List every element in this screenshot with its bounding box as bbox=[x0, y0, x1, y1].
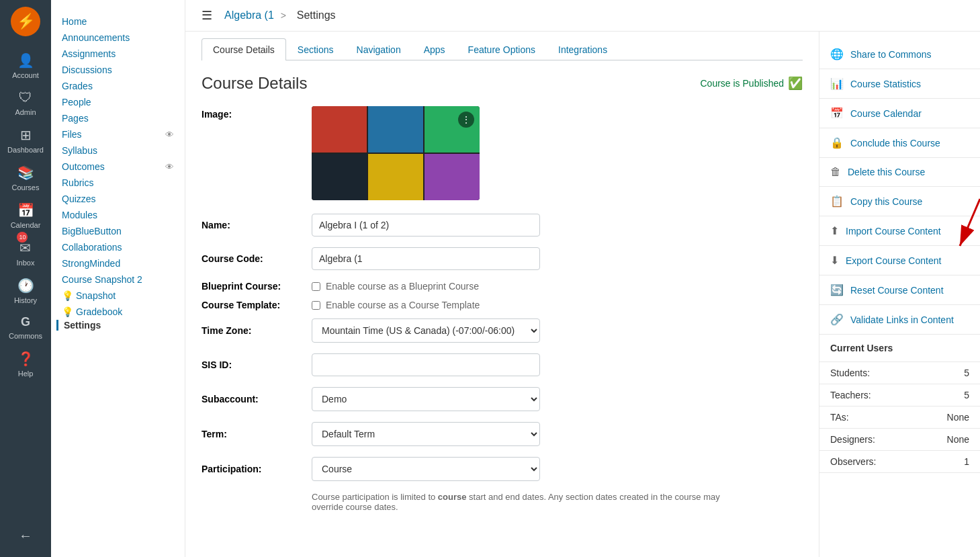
observers-label: Observers: bbox=[830, 456, 876, 467]
export-icon: ⬇ bbox=[830, 254, 839, 267]
conclude-course-button[interactable]: 🔒 Conclude this Course bbox=[819, 128, 980, 158]
timezone-select[interactable]: Mountain Time (US & Canada) (-07:00/-06:… bbox=[312, 318, 540, 343]
commons-icon: G bbox=[21, 315, 30, 329]
sidebar-item-gradebook[interactable]: 💡 Gradebook bbox=[62, 304, 174, 320]
sidebar-item-assignments[interactable]: Assignments bbox=[62, 46, 174, 62]
calendar-right-icon: 📅 bbox=[830, 107, 844, 120]
statistics-icon: 📊 bbox=[830, 77, 844, 90]
course-image: ⋮ bbox=[312, 106, 480, 200]
teachers-value: 5 bbox=[964, 390, 969, 400]
term-select[interactable]: Default Term bbox=[312, 422, 540, 446]
page-title: Course Details Course is Published ✅ bbox=[202, 74, 803, 93]
participation-note: Course participation is limited to cours… bbox=[312, 492, 728, 512]
sidebar-item-admin[interactable]: 🛡 Admin bbox=[0, 85, 51, 122]
export-course-content-button[interactable]: ⬇ Export Course Content bbox=[819, 246, 980, 275]
help-icon: ❓ bbox=[17, 351, 34, 367]
sidebar-item-grades[interactable]: Grades bbox=[62, 78, 174, 94]
sis-id-input[interactable] bbox=[312, 353, 540, 376]
sidebar-item-modules[interactable]: Modules bbox=[62, 207, 174, 223]
sidebar-item-settings[interactable]: Settings bbox=[56, 320, 174, 331]
students-value: 5 bbox=[964, 368, 969, 378]
page-header: ☰ Algebra (1 > Settings bbox=[185, 0, 980, 32]
import-icon: ⬆ bbox=[830, 224, 839, 237]
sidebar-item-announcements[interactable]: Announcements bbox=[62, 30, 174, 46]
import-course-content-button[interactable]: ⬆ Import Course Content bbox=[819, 216, 980, 246]
image-cell-purple bbox=[425, 154, 480, 200]
nav-collapse-button[interactable]: ← bbox=[0, 521, 51, 550]
sidebar-item-dashboard[interactable]: ⊞ Dashboard bbox=[0, 122, 51, 159]
body-area: Course Details Sections Navigation Apps … bbox=[185, 32, 980, 557]
calendar-icon: 📅 bbox=[17, 202, 34, 218]
sis-id-label: SIS ID: bbox=[202, 359, 296, 370]
files-visibility-icon[interactable]: 👁 bbox=[165, 130, 174, 140]
tab-apps[interactable]: Apps bbox=[412, 38, 457, 60]
sidebar-item-outcomes[interactable]: Outcomes bbox=[62, 159, 105, 175]
copy-course-button[interactable]: 📋 Copy this Course bbox=[819, 187, 980, 216]
course-statistics-button[interactable]: 📊 Course Statistics bbox=[819, 69, 980, 99]
sidebar-item-files[interactable]: Files bbox=[62, 126, 82, 142]
blueprint-label: Blueprint Course: bbox=[202, 281, 296, 292]
sidebar-item-courses[interactable]: 📚 Courses bbox=[0, 159, 51, 197]
delete-course-button[interactable]: 🗑 Delete this Course bbox=[819, 158, 980, 187]
tab-feature-options[interactable]: Feature Options bbox=[457, 38, 547, 60]
share-icon: 🌐 bbox=[830, 48, 844, 60]
sidebar-item-rubrics[interactable]: Rubrics bbox=[62, 175, 174, 191]
hamburger-menu[interactable]: ☰ bbox=[202, 8, 212, 23]
template-checkbox-row: Enable course as a Course Template bbox=[312, 300, 480, 310]
app-logo[interactable]: ⚡ bbox=[11, 7, 40, 36]
sidebar-item-snapshot[interactable]: 💡 Snapshot bbox=[62, 288, 174, 304]
settings-tabs: Course Details Sections Navigation Apps … bbox=[202, 32, 803, 60]
name-input[interactable] bbox=[312, 214, 540, 237]
participation-select[interactable]: Course bbox=[312, 457, 540, 481]
gradebook-bulb-icon: 💡 bbox=[62, 306, 73, 317]
blueprint-checkbox[interactable] bbox=[312, 282, 320, 291]
sidebar-item-history[interactable]: 🕐 History bbox=[0, 272, 51, 310]
tab-navigation[interactable]: Navigation bbox=[345, 38, 412, 60]
share-to-commons-button[interactable]: 🌐 Share to Commons bbox=[819, 40, 980, 69]
courses-icon: 📚 bbox=[17, 165, 34, 181]
sidebar-item-collaborations[interactable]: Collaborations bbox=[62, 239, 174, 255]
snapshot-bulb-icon: 💡 bbox=[62, 290, 73, 301]
admin-icon: 🛡 bbox=[19, 90, 32, 105]
sidebar-item-calendar[interactable]: 📅 Calendar bbox=[0, 197, 51, 234]
copy-icon: 📋 bbox=[830, 195, 844, 208]
image-options-button[interactable]: ⋮ bbox=[458, 112, 474, 128]
validate-links-button[interactable]: 🔗 Validate Links in Content bbox=[819, 305, 980, 335]
delete-icon: 🗑 bbox=[830, 166, 841, 178]
current-users-header: Current Users bbox=[819, 335, 980, 362]
conclude-icon: 🔒 bbox=[830, 136, 844, 149]
template-checkbox[interactable] bbox=[312, 301, 320, 310]
sidebar-item-help[interactable]: ❓ Help bbox=[0, 345, 51, 383]
sidebar-item-commons[interactable]: G Commons bbox=[0, 310, 51, 345]
sidebar-item-pages[interactable]: Pages bbox=[62, 110, 174, 126]
tab-course-details[interactable]: Course Details bbox=[202, 38, 286, 60]
term-label: Term: bbox=[202, 429, 296, 439]
sidebar-item-people[interactable]: People bbox=[62, 94, 174, 110]
history-icon: 🕐 bbox=[17, 277, 34, 294]
participation-label: Participation: bbox=[202, 464, 296, 474]
subaccount-select[interactable]: Demo bbox=[312, 387, 540, 411]
sidebar-item-account[interactable]: 👤 Account bbox=[0, 47, 51, 85]
main-content: ☰ Algebra (1 > Settings Course Details S… bbox=[185, 0, 980, 557]
reset-course-content-button[interactable]: 🔄 Reset Course Content bbox=[819, 275, 980, 305]
published-badge: Course is Published ✅ bbox=[700, 76, 803, 91]
sidebar-item-quizzes[interactable]: Quizzes bbox=[62, 191, 174, 207]
stat-row-teachers: Teachers: 5 bbox=[819, 384, 980, 406]
stat-row-students: Students: 5 bbox=[819, 362, 980, 384]
sidebar-item-bigbluebutton[interactable]: BigBlueButton bbox=[62, 223, 174, 239]
sidebar-item-discussions[interactable]: Discussions bbox=[62, 62, 174, 78]
course-code-input[interactable] bbox=[312, 247, 540, 270]
course-calendar-button[interactable]: 📅 Course Calendar bbox=[819, 99, 980, 128]
sidebar-item-course-snapshot-2[interactable]: Course Snapshot 2 bbox=[62, 271, 174, 288]
breadcrumb-course-link[interactable]: Algebra (1 bbox=[224, 9, 274, 21]
tas-value: None bbox=[947, 412, 969, 423]
tab-sections[interactable]: Sections bbox=[286, 38, 345, 60]
sidebar-item-syllabus[interactable]: Syllabus bbox=[62, 142, 174, 159]
sidebar-item-home[interactable]: Home bbox=[62, 13, 174, 30]
sidebar-item-inbox[interactable]: 10 ✉ Inbox bbox=[17, 234, 35, 272]
students-label: Students: bbox=[830, 368, 870, 378]
image-label: Image: bbox=[202, 106, 296, 200]
sidebar-item-strongminded[interactable]: StrongMinded bbox=[62, 255, 174, 271]
tab-integrations[interactable]: Integrations bbox=[547, 38, 619, 60]
outcomes-visibility-icon[interactable]: 👁 bbox=[165, 162, 174, 172]
